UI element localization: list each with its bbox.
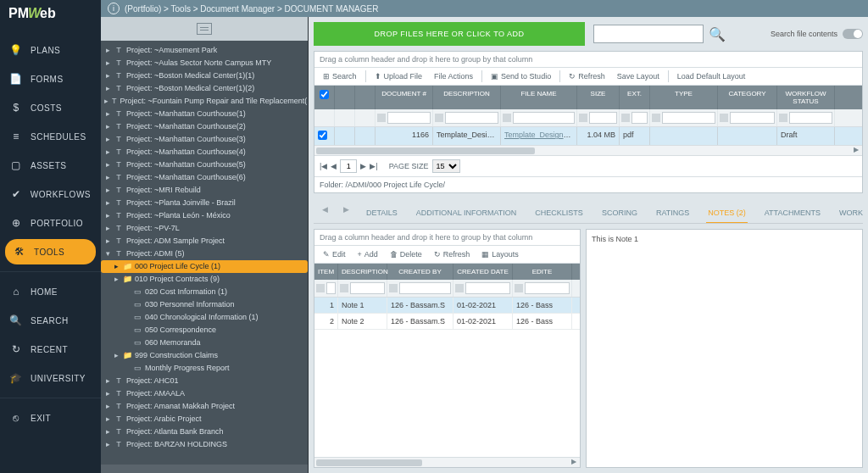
nav-exit[interactable]: ⎋EXIT xyxy=(0,403,101,432)
nav-schedules[interactable]: ≡SCHEDULES xyxy=(0,122,101,151)
file-actions-button[interactable]: File Actions xyxy=(429,70,478,82)
filter-icon[interactable] xyxy=(652,114,660,122)
tab-details[interactable]: DETAILS xyxy=(364,205,399,223)
note-body[interactable]: This is Note 1 xyxy=(586,229,863,468)
tree-node[interactable]: ▭040 Chronological Information (1) xyxy=(101,311,308,324)
column-header[interactable]: TYPE xyxy=(650,86,718,109)
tree-node[interactable]: ▸TProject: ~Manhattan Courthouse(1) xyxy=(101,108,308,120)
tab-additional-information[interactable]: ADDITIONAL INFORMATION xyxy=(415,205,519,223)
notes-column-header[interactable]: CREATED BY xyxy=(387,264,453,280)
info-icon[interactable]: i xyxy=(108,3,120,14)
tree-node[interactable]: ▭Monthly Progress Report xyxy=(101,362,308,375)
column-header[interactable]: EXT. xyxy=(620,86,650,109)
search-icon[interactable]: 🔍 xyxy=(709,26,726,42)
column-filter-input[interactable] xyxy=(789,112,832,124)
load-default-layout-button[interactable]: Load Default Layout xyxy=(672,70,751,82)
column-filter-input[interactable] xyxy=(662,112,715,124)
column-header[interactable]: WORKFLOW STATUS xyxy=(777,86,835,109)
nav-home[interactable]: ⌂HOME xyxy=(0,277,101,306)
tabs-scroll-right-icon[interactable]: ▶ xyxy=(343,205,349,223)
tree-node[interactable]: ▸TProject: ~Manhattan Courthouse(6) xyxy=(101,171,308,184)
notes-filter-input[interactable] xyxy=(399,282,451,294)
select-all-checkbox[interactable] xyxy=(320,90,329,99)
notes-filter-input[interactable] xyxy=(350,282,385,294)
notes-group-hint[interactable]: Drag a column header and drop it here to… xyxy=(314,230,580,246)
save-layout-button[interactable]: Save Layout xyxy=(612,70,665,82)
tree-node[interactable]: ▸TProject: ~Boston Medical Center(1)(2) xyxy=(101,82,308,95)
nav-search[interactable]: 🔍SEARCH xyxy=(0,306,101,335)
tab-ratings[interactable]: RATINGS xyxy=(654,205,691,223)
tree-node[interactable]: ▾TProject: ADMI (5) xyxy=(101,248,308,260)
filter-icon[interactable] xyxy=(389,284,398,292)
tree-node[interactable]: ▸TProject: ~Manhattan Courthouse(5) xyxy=(101,159,308,171)
column-header[interactable]: DOCUMENT # xyxy=(376,86,433,109)
notes-filter-input[interactable] xyxy=(326,282,336,294)
tree-node[interactable]: ▸TProject: Atlanta Bank Branch xyxy=(101,426,308,438)
column-filter-input[interactable] xyxy=(513,112,575,124)
filter-icon[interactable] xyxy=(455,284,464,292)
tree-settings-icon[interactable] xyxy=(197,23,212,35)
tree-node[interactable]: ▸TProject: BARZAN HOLDINGS xyxy=(101,438,308,451)
nav-portfolio[interactable]: ⊕PORTFOLIO xyxy=(0,209,101,237)
send-to-studio-button[interactable]: ▣ Send to Studio xyxy=(486,70,556,82)
tree-node[interactable]: ▭030 Personnel Information xyxy=(101,298,308,311)
column-filter-input[interactable] xyxy=(730,112,775,124)
tree-horizontal-scrollbar[interactable] xyxy=(101,465,308,473)
search-file-contents-toggle[interactable] xyxy=(843,29,863,39)
tree-node[interactable]: ▭050 Correspondence xyxy=(101,324,308,337)
tree-node[interactable]: ▸TProject: ~Manhattan Courthouse(3) xyxy=(101,133,308,146)
delete-note-button[interactable]: 🗑 Delete xyxy=(385,248,427,260)
add-note-button[interactable]: + Add xyxy=(353,248,383,260)
pager-last-icon[interactable]: ▶| xyxy=(370,162,377,170)
column-header[interactable]: SIZE xyxy=(577,86,620,109)
notes-filter-input[interactable] xyxy=(525,282,570,294)
filter-icon[interactable] xyxy=(435,114,443,122)
notes-filter-input[interactable] xyxy=(465,282,510,294)
notes-row[interactable]: 2Note 2126 - Bassam.S01-02-2021126 - Bas… xyxy=(314,314,580,330)
grid-horizontal-scrollbar[interactable] xyxy=(314,145,862,155)
pager-prev-icon[interactable]: ◀ xyxy=(331,162,337,170)
tree-node[interactable]: ▸TProject: ~Manhattan Courthouse(2) xyxy=(101,120,308,133)
filter-icon[interactable] xyxy=(377,114,386,122)
column-filter-input[interactable] xyxy=(387,112,431,124)
column-header[interactable]: DESCRIPTION xyxy=(433,86,501,109)
nav-university[interactable]: 🎓UNIVERSITY xyxy=(0,364,101,392)
tabs-scroll-left-icon[interactable]: ◀ xyxy=(322,205,328,223)
filter-icon[interactable] xyxy=(621,114,630,122)
filter-icon[interactable] xyxy=(515,284,523,292)
column-filter-input[interactable] xyxy=(589,112,617,124)
filter-icon[interactable] xyxy=(579,114,587,122)
column-header[interactable]: CATEGORY xyxy=(718,86,777,109)
column-header[interactable]: FILE NAME xyxy=(501,86,577,109)
file-name-link[interactable]: Template_DesignChange xyxy=(504,131,577,139)
filter-icon[interactable] xyxy=(720,114,728,122)
column-header[interactable] xyxy=(355,86,376,109)
tab-attachments[interactable]: ATTACHMENTS xyxy=(763,205,822,223)
search-button[interactable]: ⊞ Search xyxy=(318,70,362,82)
edit-note-button[interactable]: ✎ Edit xyxy=(318,248,351,260)
tree-node[interactable]: ▸📁010 Project Contracts (9) xyxy=(101,273,308,286)
tree-node[interactable]: ▸TProject: ~Aulas Sector Norte Campus MT… xyxy=(101,57,308,70)
tree-node[interactable]: ▭020 Cost Information (1) xyxy=(101,286,308,298)
tree-node[interactable]: ▸📁000 Project Life Cycle (1) xyxy=(101,260,308,273)
nav-workflows[interactable]: ✔WORKFLOWS xyxy=(0,180,101,209)
pager-first-icon[interactable]: |◀ xyxy=(320,162,327,170)
tree-node[interactable]: ▸TProject: Arabic Project xyxy=(101,413,308,426)
nav-assets[interactable]: ▢ASSETS xyxy=(0,151,101,180)
nav-costs[interactable]: $COSTS xyxy=(0,93,101,122)
filter-icon[interactable] xyxy=(316,284,325,292)
drop-files-zone[interactable]: DROP FILES HERE OR CLICK TO ADD xyxy=(314,22,585,46)
filter-icon[interactable] xyxy=(340,284,348,292)
tree-node[interactable]: ▸TProject: ADM Sample Project xyxy=(101,235,308,248)
grid-row[interactable]: 1166 Template_DesignChange Template_Desi… xyxy=(314,127,862,145)
tree-node[interactable]: ▸TProject: ~Boston Medical Center(1)(1) xyxy=(101,70,308,82)
row-checkbox[interactable] xyxy=(318,131,327,140)
notes-column-header[interactable]: DESCRIPTION xyxy=(338,264,387,280)
tab-checklists[interactable]: CHECKLISTS xyxy=(533,205,585,223)
nav-recent[interactable]: ↻RECENT xyxy=(0,335,101,364)
refresh-button[interactable]: ↻ Refresh xyxy=(564,70,610,82)
refresh-notes-button[interactable]: ↻ Refresh xyxy=(429,248,476,260)
nav-forms[interactable]: 📄FORMS xyxy=(0,64,101,93)
tree-node[interactable]: ▸TProject: AMAALA xyxy=(101,387,308,400)
filter-icon[interactable] xyxy=(779,114,787,122)
